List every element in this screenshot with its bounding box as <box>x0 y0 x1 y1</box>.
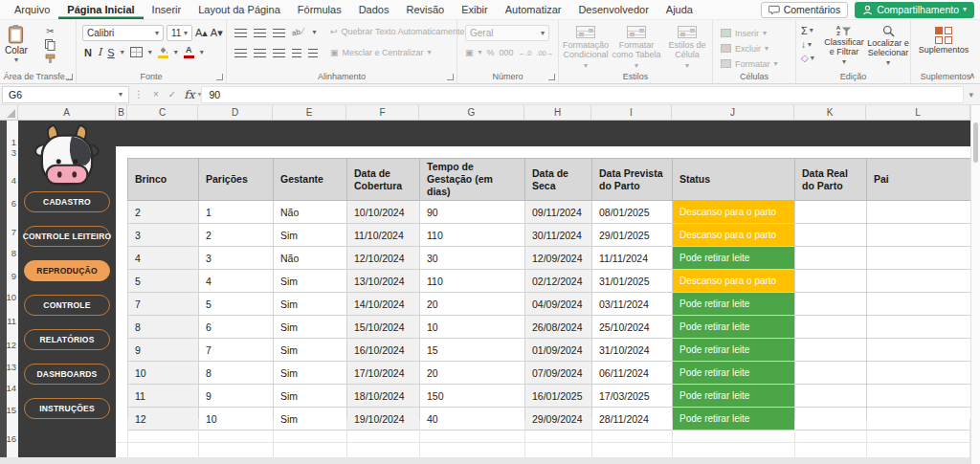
table-cell[interactable]: Não <box>274 247 347 270</box>
menu-tab-arquivo[interactable]: Arquivo <box>6 0 58 19</box>
table-cell[interactable]: Sim <box>274 224 347 247</box>
sidebar-button-instruções[interactable]: INSTRUÇÕES <box>24 398 110 419</box>
share-button[interactable]: Compartilhamento ▾ <box>855 2 974 18</box>
orientation-button[interactable]: ab⟋ <box>291 27 306 39</box>
row-header-11[interactable]: 11 <box>7 316 16 326</box>
insert-cells-button[interactable]: Inserir ▾ <box>721 26 778 40</box>
table-cell[interactable]: 08/01/2025 <box>592 201 673 224</box>
sidebar-button-controle-leiteiro[interactable]: CONTROLE LEITEIRO <box>24 226 110 247</box>
table-cell[interactable] <box>795 316 867 339</box>
table-cell[interactable]: 3 <box>199 247 274 270</box>
table-cell[interactable]: 20 <box>420 362 525 385</box>
italic-button[interactable]: I <box>98 46 101 58</box>
delete-cells-button[interactable]: Excluir ▾ <box>721 41 778 55</box>
increase-font-size-button[interactable]: A▴ <box>195 27 208 39</box>
cell-styles-button[interactable]: Estilos de Célula ▾ <box>662 26 712 70</box>
row-header-8[interactable]: 8 <box>11 248 16 258</box>
table-cell[interactable]: 06/11/2024 <box>592 362 673 385</box>
table-cell[interactable]: 26/08/2024 <box>525 316 592 339</box>
table-cell[interactable] <box>795 247 867 270</box>
table-cell[interactable]: 10/10/2024 <box>347 201 420 224</box>
align-right-button[interactable] <box>273 49 285 57</box>
dialog-launcher-icon[interactable] <box>216 74 223 80</box>
table-cell[interactable]: 15 <box>420 339 525 362</box>
dialog-launcher-icon[interactable] <box>548 74 555 80</box>
table-cell[interactable]: 15/10/2024 <box>347 316 420 339</box>
increase-decimal-button[interactable]: ←.0 <box>519 49 532 57</box>
number-format-select[interactable]: Geral ▾ <box>465 25 549 41</box>
comma-style-button[interactable]: 000 <box>500 48 514 57</box>
table-cell[interactable]: Sim <box>274 339 347 362</box>
wrap-text-button[interactable]: ↩ Quebrar Texto Automaticamente <box>330 27 464 36</box>
table-cell[interactable]: 4 <box>128 247 199 270</box>
table-cell[interactable] <box>795 339 867 362</box>
status-cell[interactable]: Pode retirar leite <box>673 385 795 408</box>
bold-button[interactable]: N <box>84 47 92 58</box>
sidebar-button-relatórios[interactable]: RELATÓRIOS <box>24 329 110 350</box>
status-cell[interactable]: Pode retirar leite <box>673 293 795 316</box>
status-cell[interactable]: Pode retirar leite <box>673 247 795 270</box>
table-cell[interactable]: 11 <box>128 385 199 408</box>
row-header-12[interactable]: 12 <box>6 340 16 350</box>
row-header-6[interactable]: 6 <box>11 198 16 209</box>
font-color-button[interactable]: A <box>184 46 194 58</box>
increase-indent-button[interactable] <box>308 49 318 57</box>
table-cell[interactable] <box>867 408 971 431</box>
font-size-select[interactable]: 11 ▾ <box>167 25 192 41</box>
table-cell[interactable]: 29/09/2024 <box>525 408 592 431</box>
table-cell[interactable] <box>795 362 867 385</box>
table-cell[interactable]: 5 <box>199 293 274 316</box>
table-cell[interactable]: 9 <box>128 339 199 362</box>
cut-button[interactable]: ✂ <box>46 26 54 36</box>
table-cell[interactable] <box>867 224 971 247</box>
table-cell[interactable] <box>795 385 867 408</box>
dialog-launcher-icon[interactable] <box>66 74 73 80</box>
decrease-decimal-button[interactable]: .00→ <box>536 49 553 57</box>
formula-input[interactable]: 90 <box>201 86 964 103</box>
column-header-G[interactable]: G <box>419 105 524 120</box>
menu-tab-automatizar[interactable]: Automatizar <box>497 0 570 19</box>
table-cell[interactable]: 7 <box>128 293 199 316</box>
table-cell[interactable]: 2 <box>128 201 199 224</box>
column-header-L[interactable]: L <box>866 105 970 120</box>
table-cell[interactable]: 10 <box>128 362 199 385</box>
table-cell[interactable]: 30 <box>420 247 525 270</box>
table-cell[interactable]: Não <box>274 201 347 224</box>
table-cell[interactable]: 5 <box>128 270 199 293</box>
select-all-corner[interactable] <box>0 105 18 120</box>
menu-tab-revisão[interactable]: Revisão <box>397 0 453 19</box>
table-cell[interactable] <box>795 224 867 247</box>
clear-button[interactable]: ◇ ▾ <box>801 53 814 63</box>
table-cell[interactable] <box>867 385 971 408</box>
borders-button[interactable] <box>130 47 143 57</box>
table-cell[interactable] <box>867 247 971 270</box>
menu-tab-layout-da-página[interactable]: Layout da Página <box>189 0 289 19</box>
menu-tab-fórmulas[interactable]: Fórmulas <box>289 0 350 19</box>
table-cell[interactable]: 25/10/2024 <box>592 316 673 339</box>
column-header-H[interactable]: H <box>524 105 591 120</box>
table-cell[interactable]: 20 <box>420 293 525 316</box>
row-header-15[interactable]: 15 <box>6 405 16 415</box>
conditional-formatting-button[interactable]: Formatação Condicional ▾ <box>561 26 611 70</box>
table-cell[interactable] <box>867 201 971 224</box>
table-cell[interactable]: 6 <box>199 316 274 339</box>
menu-tab-ajuda[interactable]: Ajuda <box>657 0 702 19</box>
menu-tab-dados[interactable]: Dados <box>350 0 398 19</box>
table-cell[interactable]: 7 <box>199 339 274 362</box>
status-cell[interactable]: Descanso para o parto <box>673 201 795 224</box>
table-cell[interactable]: Sim <box>274 270 347 293</box>
addins-button[interactable]: Suplementos <box>919 27 969 55</box>
column-header-F[interactable]: F <box>346 105 419 120</box>
table-cell[interactable]: 12 <box>128 408 199 431</box>
confirm-entry-icon[interactable]: ✓ <box>164 89 181 99</box>
table-cell[interactable]: 4 <box>199 270 274 293</box>
column-header-D[interactable]: D <box>198 105 273 120</box>
table-cell[interactable]: 9 <box>199 385 274 408</box>
collapse-ribbon-button[interactable]: ∧ <box>969 71 975 80</box>
align-middle-button[interactable] <box>254 29 266 37</box>
table-cell[interactable] <box>867 362 971 385</box>
table-cell[interactable]: 13/10/2024 <box>347 270 420 293</box>
dialog-launcher-icon[interactable] <box>447 74 454 80</box>
status-cell[interactable]: Pode retirar leite <box>673 339 795 362</box>
decrease-indent-button[interactable] <box>292 49 301 57</box>
